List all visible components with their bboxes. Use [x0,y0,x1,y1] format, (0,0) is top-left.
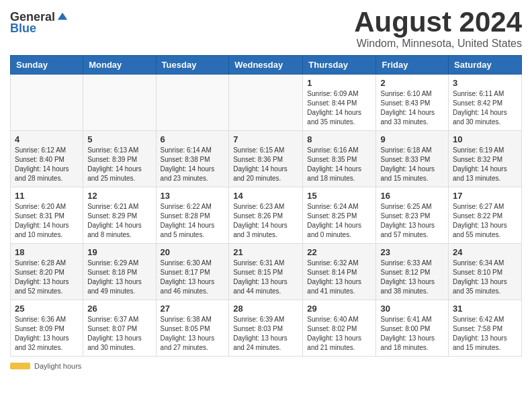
day-number: 12 [87,191,151,201]
day-number: 6 [161,134,225,144]
table-row: 2Sunrise: 6:10 AM Sunset: 8:43 PM Daylig… [376,75,449,131]
calendar-week-row: 4Sunrise: 6:12 AM Sunset: 8:40 PM Daylig… [11,131,522,187]
day-info: Sunrise: 6:20 AM Sunset: 8:31 PM Dayligh… [15,202,79,240]
table-row: 12Sunrise: 6:21 AM Sunset: 8:29 PM Dayli… [83,187,156,244]
day-info: Sunrise: 6:33 AM Sunset: 8:12 PM Dayligh… [380,259,444,296]
day-info: Sunrise: 6:37 AM Sunset: 8:07 PM Dayligh… [87,315,151,353]
day-info: Sunrise: 6:15 AM Sunset: 8:36 PM Dayligh… [233,146,298,183]
calendar: Sunday Monday Tuesday Wednesday Thursday… [10,55,522,357]
table-row: 28Sunrise: 6:39 AM Sunset: 8:03 PM Dayli… [229,300,303,357]
day-number: 5 [87,134,151,144]
col-monday: Monday [83,56,156,75]
title-section: August 2024 Windom, Minnesota, United St… [354,7,522,50]
calendar-week-row: 11Sunrise: 6:20 AM Sunset: 8:31 PM Dayli… [11,187,522,244]
day-info: Sunrise: 6:29 AM Sunset: 8:18 PM Dayligh… [87,259,151,296]
table-row [156,75,229,131]
table-row: 1Sunrise: 6:09 AM Sunset: 8:44 PM Daylig… [303,75,376,131]
day-info: Sunrise: 6:23 AM Sunset: 8:26 PM Dayligh… [233,202,298,240]
day-info: Sunrise: 6:19 AM Sunset: 8:32 PM Dayligh… [453,146,517,183]
table-row: 26Sunrise: 6:37 AM Sunset: 8:07 PM Dayli… [83,300,156,357]
day-info: Sunrise: 6:09 AM Sunset: 8:44 PM Dayligh… [307,89,371,127]
calendar-header-row: Sunday Monday Tuesday Wednesday Thursday… [11,56,522,75]
table-row: 16Sunrise: 6:25 AM Sunset: 8:23 PM Dayli… [376,187,449,244]
table-row: 14Sunrise: 6:23 AM Sunset: 8:26 PM Dayli… [229,187,303,244]
logo-blue-text: Blue [10,21,36,36]
daylight-bar-icon [10,363,30,369]
day-number: 27 [161,304,225,314]
day-number: 11 [15,191,79,201]
calendar-week-row: 1Sunrise: 6:09 AM Sunset: 8:44 PM Daylig… [11,75,522,131]
logo-icon [56,11,69,24]
calendar-week-row: 18Sunrise: 6:28 AM Sunset: 8:20 PM Dayli… [11,244,522,300]
day-info: Sunrise: 6:41 AM Sunset: 8:00 PM Dayligh… [380,315,444,353]
day-info: Sunrise: 6:24 AM Sunset: 8:25 PM Dayligh… [307,202,371,240]
day-info: Sunrise: 6:30 AM Sunset: 8:17 PM Dayligh… [161,259,225,296]
col-friday: Friday [376,56,449,75]
main-title: August 2024 [354,7,522,38]
day-info: Sunrise: 6:32 AM Sunset: 8:14 PM Dayligh… [307,259,371,296]
table-row: 23Sunrise: 6:33 AM Sunset: 8:12 PM Dayli… [376,244,449,300]
day-number: 10 [453,134,517,144]
day-info: Sunrise: 6:25 AM Sunset: 8:23 PM Dayligh… [380,202,444,240]
table-row: 22Sunrise: 6:32 AM Sunset: 8:14 PM Dayli… [303,244,376,300]
day-number: 4 [15,134,79,144]
day-number: 9 [380,134,444,144]
table-row: 31Sunrise: 6:42 AM Sunset: 7:58 PM Dayli… [449,300,522,357]
table-row [11,75,83,131]
day-info: Sunrise: 6:27 AM Sunset: 8:22 PM Dayligh… [453,202,517,240]
day-info: Sunrise: 6:38 AM Sunset: 8:05 PM Dayligh… [161,315,225,353]
footer: Daylight hours [10,362,522,370]
day-info: Sunrise: 6:11 AM Sunset: 8:42 PM Dayligh… [453,89,517,127]
subtitle: Windom, Minnesota, United States [354,38,522,50]
col-thursday: Thursday [303,56,376,75]
col-saturday: Saturday [449,56,522,75]
table-row: 27Sunrise: 6:38 AM Sunset: 8:05 PM Dayli… [156,300,229,357]
day-number: 24 [453,247,517,257]
day-number: 26 [87,304,151,314]
day-number: 25 [15,304,79,314]
day-info: Sunrise: 6:14 AM Sunset: 8:38 PM Dayligh… [161,146,225,183]
day-number: 8 [307,134,371,144]
day-number: 3 [453,78,517,88]
day-number: 31 [453,304,517,314]
day-number: 29 [307,304,371,314]
col-tuesday: Tuesday [156,56,229,75]
day-number: 28 [233,304,298,314]
table-row: 6Sunrise: 6:14 AM Sunset: 8:38 PM Daylig… [156,131,229,187]
col-wednesday: Wednesday [229,56,303,75]
table-row: 21Sunrise: 6:31 AM Sunset: 8:15 PM Dayli… [229,244,303,300]
day-info: Sunrise: 6:13 AM Sunset: 8:39 PM Dayligh… [87,146,151,183]
day-number: 22 [307,247,371,257]
day-number: 20 [161,247,225,257]
table-row: 13Sunrise: 6:22 AM Sunset: 8:28 PM Dayli… [156,187,229,244]
day-info: Sunrise: 6:22 AM Sunset: 8:28 PM Dayligh… [161,202,225,240]
table-row: 17Sunrise: 6:27 AM Sunset: 8:22 PM Dayli… [449,187,522,244]
table-row: 10Sunrise: 6:19 AM Sunset: 8:32 PM Dayli… [449,131,522,187]
logo: General Blue [10,7,69,36]
table-row: 8Sunrise: 6:16 AM Sunset: 8:35 PM Daylig… [303,131,376,187]
day-number: 15 [307,191,371,201]
table-row: 5Sunrise: 6:13 AM Sunset: 8:39 PM Daylig… [83,131,156,187]
table-row: 7Sunrise: 6:15 AM Sunset: 8:36 PM Daylig… [229,131,303,187]
table-row [229,75,303,131]
table-row: 30Sunrise: 6:41 AM Sunset: 8:00 PM Dayli… [376,300,449,357]
day-info: Sunrise: 6:40 AM Sunset: 8:02 PM Dayligh… [307,315,371,353]
table-row: 24Sunrise: 6:34 AM Sunset: 8:10 PM Dayli… [449,244,522,300]
day-number: 14 [233,191,298,201]
svg-marker-0 [58,12,67,19]
day-number: 17 [453,191,517,201]
day-info: Sunrise: 6:31 AM Sunset: 8:15 PM Dayligh… [233,259,298,296]
day-number: 23 [380,247,444,257]
table-row: 15Sunrise: 6:24 AM Sunset: 8:25 PM Dayli… [303,187,376,244]
day-info: Sunrise: 6:12 AM Sunset: 8:40 PM Dayligh… [15,146,79,183]
day-number: 13 [161,191,225,201]
table-row [83,75,156,131]
table-row: 20Sunrise: 6:30 AM Sunset: 8:17 PM Dayli… [156,244,229,300]
day-info: Sunrise: 6:34 AM Sunset: 8:10 PM Dayligh… [453,259,517,296]
table-row: 19Sunrise: 6:29 AM Sunset: 8:18 PM Dayli… [83,244,156,300]
table-row: 25Sunrise: 6:36 AM Sunset: 8:09 PM Dayli… [11,300,83,357]
day-info: Sunrise: 6:42 AM Sunset: 7:58 PM Dayligh… [453,315,517,353]
col-sunday: Sunday [11,56,83,75]
day-info: Sunrise: 6:18 AM Sunset: 8:33 PM Dayligh… [380,146,444,183]
day-info: Sunrise: 6:21 AM Sunset: 8:29 PM Dayligh… [87,202,151,240]
